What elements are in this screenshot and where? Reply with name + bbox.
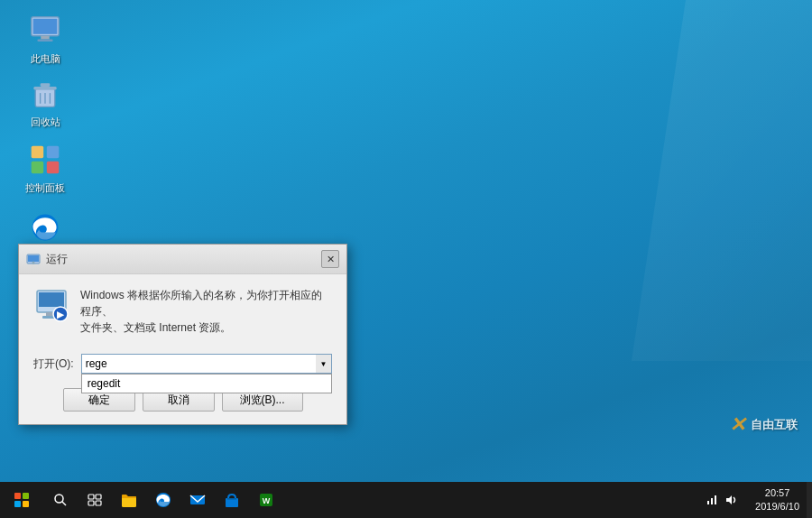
dialog-description: Windows 将根据你所输入的名称，为你打开相应的程序、 文件夹、文档或 In… — [80, 287, 332, 336]
taskbar: W 20:57 2019/6/10 — [0, 482, 812, 518]
app-icon: W — [258, 492, 274, 508]
svg-marker-40 — [726, 495, 732, 504]
task-view-button[interactable] — [78, 482, 112, 518]
network-icon — [706, 494, 718, 506]
recycle-bin-icon — [27, 76, 63, 112]
svg-rect-39 — [715, 495, 716, 504]
store-taskbar-button[interactable] — [215, 482, 249, 518]
svg-rect-19 — [39, 292, 64, 307]
svg-rect-1 — [33, 19, 58, 34]
edge-taskbar-icon — [155, 492, 171, 508]
control-panel-icon — [27, 142, 63, 178]
svg-rect-38 — [711, 498, 713, 504]
clock-time: 20:57 — [755, 486, 799, 500]
svg-rect-34 — [227, 498, 236, 500]
desktop-icon-recycle[interactable]: 回收站 — [14, 72, 77, 132]
dialog-input-label: 打开(O): — [33, 356, 74, 372]
svg-rect-3 — [37, 40, 52, 42]
run-dialog: 运行 ✕ ▶ Windows 将根据你所输入的名称，为你打开相应的程序、 文件夹… — [18, 244, 347, 425]
svg-text:W: W — [263, 496, 271, 505]
this-pc-label: 此电脑 — [31, 52, 60, 65]
svg-rect-26 — [88, 495, 94, 499]
svg-rect-5 — [33, 87, 56, 90]
svg-rect-27 — [96, 495, 101, 499]
svg-rect-29 — [96, 501, 101, 505]
dialog-title-left: 运行 — [26, 252, 68, 267]
desktop-icon-control-panel[interactable]: 控制面板 — [14, 138, 77, 198]
show-desktop-button[interactable] — [807, 482, 812, 518]
svg-rect-28 — [88, 501, 94, 505]
network-tray-icon[interactable] — [703, 482, 721, 518]
dialog-close-button[interactable]: ✕ — [321, 250, 339, 268]
svg-rect-16 — [28, 255, 39, 262]
dialog-titlebar: 运行 ✕ — [19, 245, 346, 274]
app-taskbar-button[interactable]: W — [249, 482, 283, 518]
recycle-bin-label: 回收站 — [31, 116, 60, 128]
dialog-input-wrapper: ▼ regedit — [81, 354, 332, 374]
watermark-text: 自由互联 — [751, 417, 798, 433]
file-explorer-taskbar-button[interactable] — [112, 482, 146, 518]
svg-rect-11 — [47, 146, 60, 159]
control-panel-label: 控制面板 — [25, 181, 65, 194]
system-tray — [696, 482, 748, 518]
edge-taskbar-button[interactable] — [146, 482, 180, 518]
volume-icon — [725, 494, 738, 506]
svg-rect-6 — [41, 83, 51, 87]
desktop-bg-decoration — [632, 0, 812, 361]
svg-line-25 — [62, 502, 66, 505]
watermark-symbol: ✕ — [729, 413, 745, 437]
store-icon — [224, 492, 240, 508]
dialog-body: ▶ Windows 将根据你所输入的名称，为你打开相应的程序、 文件夹、文档或 … — [19, 274, 346, 348]
file-explorer-icon — [121, 492, 137, 508]
svg-point-24 — [55, 495, 63, 503]
mail-icon — [189, 492, 206, 508]
autocomplete-item-regedit[interactable]: regedit — [82, 375, 331, 393]
dialog-body-icon: ▶ — [33, 287, 69, 323]
volume-tray-icon[interactable] — [723, 482, 741, 518]
desktop: 此电脑 回收站 控制面板 — [0, 0, 812, 482]
start-button[interactable] — [0, 482, 43, 518]
svg-rect-10 — [32, 146, 44, 159]
task-view-icon — [88, 493, 102, 507]
svg-rect-37 — [707, 501, 709, 504]
run-dialog-dropdown-button[interactable]: ▼ — [316, 354, 332, 374]
mail-taskbar-button[interactable] — [180, 482, 215, 518]
dialog-input-row: 打开(O): ▼ regedit — [19, 348, 346, 381]
svg-rect-13 — [47, 162, 60, 174]
watermark: ✕ 自由互联 — [729, 413, 798, 437]
dialog-title-text: 运行 — [46, 252, 68, 267]
clock-date: 2019/6/10 — [755, 500, 799, 513]
search-button[interactable] — [43, 482, 78, 518]
this-pc-icon — [27, 13, 63, 49]
windows-logo-icon — [14, 493, 29, 507]
taskbar-clock[interactable]: 20:57 2019/6/10 — [748, 486, 807, 514]
edge-browser-icon — [27, 209, 63, 245]
svg-text:▶: ▶ — [57, 310, 65, 319]
run-dialog-icon — [26, 252, 41, 266]
desktop-icon-this-pc[interactable]: 此电脑 — [14, 9, 77, 69]
svg-point-17 — [32, 262, 35, 264]
run-dialog-input[interactable] — [81, 354, 332, 374]
svg-rect-2 — [41, 36, 50, 40]
search-icon — [53, 493, 68, 507]
svg-rect-12 — [32, 162, 44, 174]
autocomplete-dropdown: regedit — [81, 374, 332, 393]
